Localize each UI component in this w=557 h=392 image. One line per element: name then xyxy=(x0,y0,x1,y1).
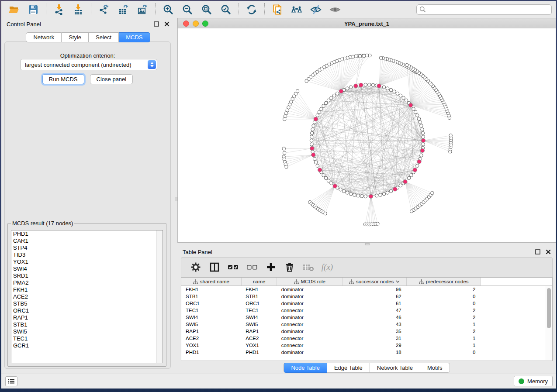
table-scrollbar-thumb[interactable] xyxy=(547,288,551,328)
memory-button[interactable]: Memory xyxy=(514,376,553,386)
node-table: shared namenameMCDS rolesuccessor nodesp… xyxy=(181,277,553,361)
show-eye-button[interactable] xyxy=(329,3,341,16)
open-folder-icon xyxy=(8,4,20,15)
table-cell: connector xyxy=(277,321,343,328)
import-network-button[interactable] xyxy=(53,3,65,16)
mcds-result-item[interactable]: STB5 xyxy=(11,300,163,307)
import-table-button[interactable] xyxy=(72,3,84,16)
table-row[interactable]: ACE2ACE2connector311 xyxy=(181,335,552,342)
add-column-button[interactable] xyxy=(265,261,277,273)
mcds-result-item[interactable]: SWI4 xyxy=(11,265,163,272)
select-all-rows-button[interactable] xyxy=(228,261,239,273)
refresh-view-button[interactable] xyxy=(246,3,258,16)
open-file-button[interactable] xyxy=(8,3,20,16)
column-label: name xyxy=(253,279,266,284)
search-icon xyxy=(419,6,426,13)
mcds-result-item[interactable]: SWI5 xyxy=(11,328,163,335)
close-panel-icon[interactable] xyxy=(546,249,551,254)
table-row[interactable]: SWI4SWI4dominator462 xyxy=(181,314,552,321)
panel-menu-button[interactable] xyxy=(5,376,17,386)
mcds-result-item[interactable]: TEC1 xyxy=(11,335,163,342)
horizontal-splitter[interactable] xyxy=(177,243,556,246)
table-row[interactable]: FKH1FKH1dominator962 xyxy=(181,286,552,293)
search-input[interactable] xyxy=(416,4,552,15)
trash-icon xyxy=(284,262,295,272)
export-image-button[interactable] xyxy=(136,3,149,16)
zoom-out-button[interactable] xyxy=(181,3,194,16)
float-panel-icon[interactable] xyxy=(535,249,540,254)
splitter-grip[interactable] xyxy=(365,243,370,245)
eye-icon xyxy=(329,4,341,15)
tab-node-table[interactable]: Node Table xyxy=(284,363,327,373)
network-titlebar[interactable]: YPA_prune.txt_1 xyxy=(177,18,556,29)
column-header-predecessor-nodes[interactable]: predecessor nodes xyxy=(407,278,481,286)
table-row[interactable]: PHD1PHD1dominator180 xyxy=(181,349,552,356)
close-panel-icon[interactable] xyxy=(164,21,170,27)
table-cell: 35 xyxy=(343,328,407,335)
mcds-result-item[interactable]: PMA2 xyxy=(11,279,163,286)
mcds-result-item[interactable]: PHD1 xyxy=(11,230,163,237)
criterion-dropdown[interactable]: largest connected component (undirected) xyxy=(20,59,157,70)
table-row[interactable]: TEC1TEC1connector472 xyxy=(181,307,552,314)
table-cell: dominator xyxy=(277,314,343,321)
zoom-fit-button[interactable] xyxy=(201,3,213,16)
close-panel-button[interactable]: Close panel xyxy=(90,74,133,84)
table-toolbar: f(x) xyxy=(181,257,553,277)
table-cell: 1 xyxy=(407,342,481,349)
function-builder-button[interactable]: f(x) xyxy=(322,261,333,273)
table-row[interactable]: ORC1ORC1dominator610 xyxy=(181,300,552,307)
delete-column-button[interactable] xyxy=(284,261,295,273)
table-row[interactable]: STB1STB1dominator620 xyxy=(181,293,552,300)
mcds-result-item[interactable]: YOX1 xyxy=(11,258,163,265)
tab-network-table[interactable]: Network Table xyxy=(370,363,420,373)
table-row[interactable]: SWI5SWI5connector431 xyxy=(181,321,552,328)
column-label: predecessor nodes xyxy=(426,279,469,284)
export-table-button[interactable] xyxy=(117,3,129,16)
column-header-MCDS-role[interactable]: MCDS role xyxy=(277,278,343,286)
tab-select[interactable]: Select xyxy=(89,32,119,42)
run-mcds-button[interactable]: Run MCDS xyxy=(42,74,84,84)
table-cell: ACE2 xyxy=(181,335,241,342)
clone-network-button[interactable] xyxy=(271,3,284,16)
mcds-result-item[interactable]: GCR1 xyxy=(11,342,163,349)
table-cell: 31 xyxy=(343,335,407,342)
hide-panels-button[interactable] xyxy=(310,3,322,16)
column-header-shared-name[interactable]: shared name xyxy=(181,278,241,286)
save-session-button[interactable] xyxy=(27,3,39,16)
mcds-result-item[interactable]: STP4 xyxy=(11,244,163,251)
refresh-icon xyxy=(246,4,257,15)
table-cell: STB1 xyxy=(181,293,241,300)
delete-table-button[interactable] xyxy=(303,261,314,273)
table-row[interactable]: YOX1YOX1connector291 xyxy=(181,342,552,349)
mcds-list-scrollbar[interactable] xyxy=(156,230,163,363)
mcds-result-item[interactable]: STB1 xyxy=(11,321,163,328)
zoom-in-button[interactable] xyxy=(162,3,174,16)
deselect-all-rows-button[interactable] xyxy=(246,261,258,273)
table-row[interactable]: RAP1RAP1dominator352 xyxy=(181,328,552,335)
toolbar-group-refresh xyxy=(239,3,264,16)
mcds-result-item[interactable]: ACE2 xyxy=(11,293,163,300)
tab-motifs[interactable]: Motifs xyxy=(420,363,450,373)
mcds-result-item[interactable]: FKH1 xyxy=(11,286,163,293)
mcds-result-item[interactable]: TID3 xyxy=(11,251,163,258)
split-columns-button[interactable] xyxy=(209,261,220,273)
table-scrollbar[interactable] xyxy=(546,286,552,360)
mcds-result-item[interactable]: ORC1 xyxy=(11,307,163,314)
mcds-result-item[interactable]: SRD1 xyxy=(11,272,163,279)
mcds-result-item[interactable]: CAR1 xyxy=(11,237,163,244)
tab-network[interactable]: Network xyxy=(26,32,62,42)
column-header-successor-nodes[interactable]: successor nodes xyxy=(343,278,407,286)
network-graph[interactable] xyxy=(177,28,556,243)
float-panel-icon[interactable] xyxy=(154,21,159,27)
export-network-button[interactable] xyxy=(98,3,110,16)
tab-edge-table[interactable]: Edge Table xyxy=(327,363,370,373)
tab-style[interactable]: Style xyxy=(62,32,89,42)
overview-binoculars-button[interactable] xyxy=(291,3,303,16)
toolbar-group-zoom xyxy=(155,3,239,16)
tab-mcds[interactable]: MCDS xyxy=(119,32,150,42)
column-header-name[interactable]: name xyxy=(241,278,277,286)
table-settings-button[interactable] xyxy=(190,261,201,273)
mcds-result-item[interactable]: RAP1 xyxy=(11,314,163,321)
table-cell: connector xyxy=(277,307,343,314)
zoom-selected-button[interactable] xyxy=(220,3,232,16)
